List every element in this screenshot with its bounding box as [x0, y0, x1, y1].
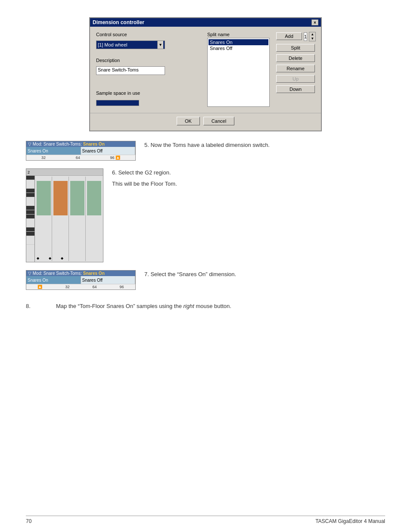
- dim-strip-1: ▽ Mod: Snare Switch-Toms: Snares On Snar…: [26, 141, 136, 161]
- key-label: [26, 180, 34, 189]
- region-block-green-2[interactable]: [70, 181, 84, 215]
- dim-strip-2-wrapper: ▽ Mod: Snare Switch-Toms: Snares On Snar…: [26, 270, 136, 290]
- split-list[interactable]: Snares On Snares Off: [207, 38, 270, 107]
- step7-row: ▽ Mod: Snare Switch-Toms: Snares On Snar…: [26, 270, 385, 290]
- dimension-strip-2: ▽ Mod: Snare Switch-Toms: Snares On Snar…: [26, 270, 136, 290]
- page: Dimension controller × Control source [1…: [0, 0, 411, 532]
- dialog-title: Dimension controller: [93, 19, 144, 25]
- step6a-paragraph: 6. Select the G2 region.: [112, 168, 385, 177]
- dialog-middle-panel: Split name Snares On Snares Off: [207, 32, 272, 107]
- step6-text: 6. Select the G2 region. This will be th…: [112, 168, 385, 190]
- dim-strip-2-header: ▽ Mod: Snare Switch-Toms: Snares On: [26, 271, 135, 276]
- control-source-label: Control source: [96, 32, 203, 37]
- regions-grid: ◆ ◆ ◆: [35, 176, 103, 262]
- dim-scale-1: 32 64 96 🔼: [26, 155, 135, 160]
- dim-strip-2-header-prefix: ▽ Mod: Snare Switch-Toms:: [28, 271, 82, 276]
- step5-text: 5. Now the Toms have a labeled dimension…: [144, 141, 385, 152]
- spinner: ▲ ▼: [309, 32, 316, 41]
- dimension-controller-dialog: Dimension controller × Control source [1…: [89, 17, 322, 131]
- add-button[interactable]: Add: [276, 32, 302, 40]
- region-keys-area: ◆ ◆ ◆: [26, 176, 103, 262]
- key-label: [26, 176, 34, 180]
- dialog-container: Dimension controller × Control source [1…: [26, 17, 385, 131]
- region-col-4: [86, 177, 102, 261]
- down-button[interactable]: Down: [276, 85, 315, 93]
- scale2-32: 🔼: [37, 285, 42, 289]
- dim-strip-2-header-highlight: Snares On: [83, 271, 105, 276]
- scale2-end: 96: [119, 285, 124, 289]
- region-col-3: [69, 177, 86, 261]
- dialog-titlebar: Dimension controller ×: [90, 18, 321, 27]
- step8-text: Map the “Tom-Floor Snares On” samples us…: [56, 302, 231, 311]
- spinner-up-button[interactable]: ▲: [309, 32, 315, 37]
- spinner-value: 1: [304, 32, 307, 41]
- step5-paragraph: 5. Now the Toms have a labeled dimension…: [144, 141, 385, 149]
- sample-space-bar: [96, 100, 139, 106]
- page-footer: 70 TASCAM GigaEditor 4 Manual: [26, 516, 385, 524]
- scale-96: 96 🔼: [110, 156, 121, 160]
- step7-paragraph: 7. Select the “Snares On” dimension.: [144, 270, 385, 279]
- marker-1: ◆: [37, 256, 39, 260]
- dim-scale-2: 🔼 32 64 96: [26, 284, 135, 289]
- up-button[interactable]: Up: [276, 75, 315, 83]
- sample-space-label: Sample space in use: [96, 90, 203, 96]
- split-button[interactable]: Split: [276, 44, 315, 52]
- rename-button[interactable]: Rename: [276, 65, 315, 72]
- cancel-button[interactable]: Cancel: [203, 117, 234, 125]
- control-source-value: [1] Mod wheel: [98, 42, 127, 47]
- key-label: [26, 236, 34, 245]
- key-label: [26, 219, 34, 227]
- dim-strip-2-row: Snares On Snares Off: [26, 276, 135, 284]
- dim-cell2-snares-on[interactable]: Snares On: [26, 276, 81, 284]
- dim-strip-1-header-highlight: Snares On: [83, 142, 105, 146]
- dialog-right-panel: Add 1 ▲ ▼ Split Delete Rename Up Down: [276, 32, 315, 107]
- control-source-select[interactable]: [1] Mod wheel ▼: [96, 40, 165, 49]
- marker-2: ◆: [49, 256, 51, 260]
- page-title: TASCAM GigaEditor 4 Manual: [315, 518, 385, 524]
- dim-cell-snares-on[interactable]: Snares On: [26, 147, 81, 155]
- key-label: [26, 189, 34, 193]
- region-block-orange[interactable]: [53, 181, 68, 215]
- dim-cell-snares-off[interactable]: Snares Off: [81, 147, 136, 155]
- dim-strip-1-header-prefix: ▽ Mod: Snare Switch-Toms:: [28, 142, 82, 146]
- region-markers: ◆ ◆ ◆: [37, 256, 63, 260]
- scale2-96: 64: [92, 285, 97, 289]
- delete-button[interactable]: Delete: [276, 54, 315, 62]
- dim-strip-1-row: Snares On Snares Off: [26, 147, 135, 155]
- dialog-close-button[interactable]: ×: [311, 19, 318, 25]
- step8-number: 8.: [26, 302, 56, 311]
- keys-column: [26, 176, 35, 262]
- key-label: [26, 206, 34, 210]
- step6b-paragraph: This will be the Floor Tom.: [112, 180, 385, 188]
- scale-32: 32: [41, 156, 46, 160]
- step7-text: 7. Select the “Snares On” dimension.: [144, 270, 385, 281]
- dropdown-arrow-icon[interactable]: ▼: [157, 41, 163, 49]
- split-name-label: Split name: [207, 32, 272, 37]
- key-label: [26, 193, 34, 197]
- dim-cell2-snares-off[interactable]: Snares Off: [81, 276, 136, 284]
- key-label: [26, 227, 34, 232]
- dialog-left-panel: Control source [1] Mod wheel ▼ Descripti…: [96, 32, 203, 107]
- key-label: [26, 197, 34, 206]
- region-block-green-1[interactable]: [37, 181, 51, 215]
- key-label: [26, 232, 34, 236]
- region-block-green-3[interactable]: [87, 181, 101, 215]
- dimension-strip-1: ▽ Mod: Snare Switch-Toms: Snares On Snar…: [26, 141, 136, 161]
- ok-button[interactable]: OK: [177, 117, 200, 125]
- scale2-64: 32: [65, 285, 69, 289]
- dim-strip-1-header: ▽ Mod: Snare Switch-Toms: Snares On: [26, 141, 135, 147]
- region-col-1: [36, 177, 52, 261]
- split-item-snares-off[interactable]: Snares Off: [209, 45, 268, 51]
- add-row: Add 1 ▲ ▼: [276, 32, 315, 41]
- step8-row: 8. Map the “Tom-Floor Snares On” samples…: [26, 302, 385, 311]
- step8-text-after: mouse button.: [194, 303, 231, 309]
- marker-3: ◆: [61, 256, 63, 260]
- description-input[interactable]: Snare Switch-Toms: [96, 66, 165, 75]
- step5-row: ▽ Mod: Snare Switch-Toms: Snares On Snar…: [26, 141, 385, 161]
- dialog-footer: OK Cancel: [90, 113, 321, 131]
- split-item-snares-on[interactable]: Snares On: [209, 39, 268, 45]
- step8-text-before: Map the “Tom-Floor Snares On” samples us…: [56, 303, 184, 309]
- spinner-down-button[interactable]: ▼: [309, 37, 315, 41]
- region-col-2: [53, 177, 69, 261]
- description-label: Description: [96, 58, 203, 63]
